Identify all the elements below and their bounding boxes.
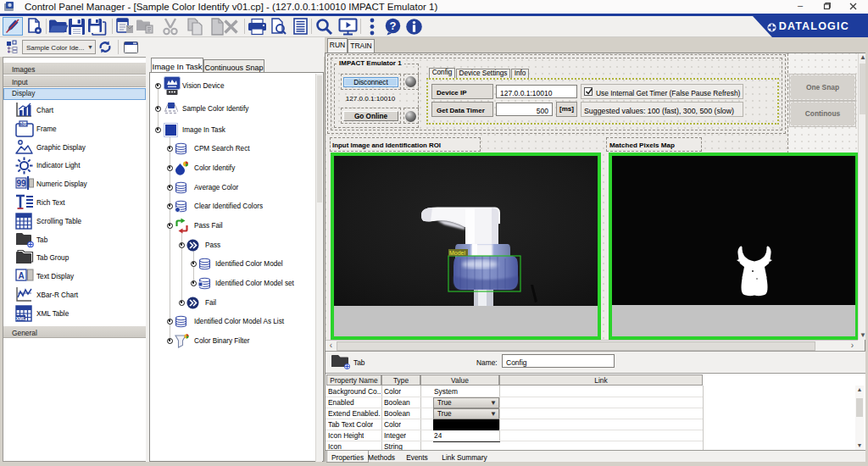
svg-text:?: ? [390, 19, 397, 32]
svg-text:XML: XML [16, 316, 26, 321]
svg-text:99: 99 [16, 179, 26, 188]
svg-text:Model: Model [449, 250, 466, 256]
svg-text:abc: abc [19, 121, 27, 126]
svg-text:A: A [18, 271, 24, 280]
